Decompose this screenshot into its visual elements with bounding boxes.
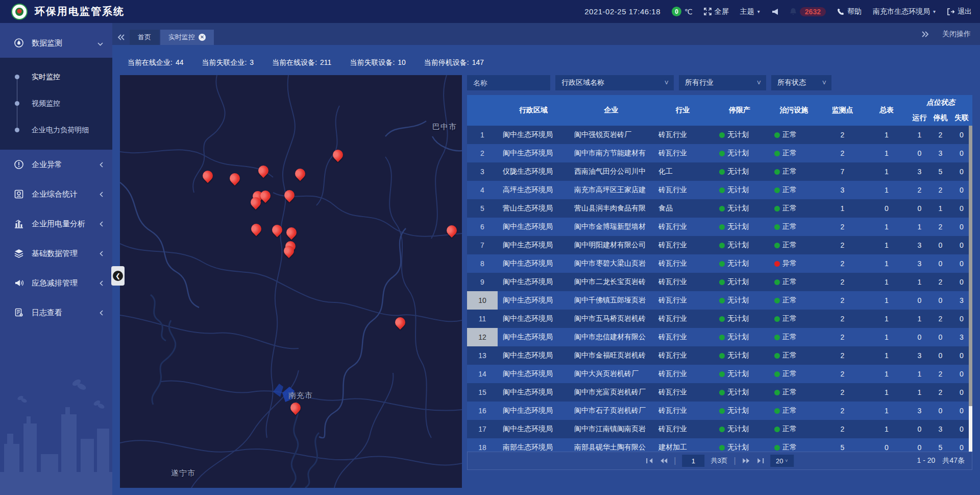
logout-button[interactable]: 退出 bbox=[947, 7, 972, 16]
chevron-left-icon bbox=[100, 160, 103, 169]
sidebar-subitem[interactable]: 视频监控 bbox=[0, 90, 112, 117]
cell-monitor: 2 bbox=[821, 236, 864, 254]
sidebar-subitem[interactable]: 企业电力负荷明细 bbox=[0, 117, 112, 144]
double-chevron-right-icon[interactable] bbox=[922, 31, 929, 37]
map-city-label: 南充市 bbox=[288, 391, 313, 400]
prev-page-button[interactable] bbox=[659, 458, 668, 464]
cell-company: 阆中市枣碧大梁山页岩 bbox=[569, 254, 653, 273]
cell-run: 0 bbox=[909, 291, 930, 310]
table-row[interactable]: 13阆中生态环境局阆中市金福旺页岩机砖砖瓦行业无计划正常21300 bbox=[467, 346, 972, 365]
table-row[interactable]: 4高坪生态环境局南充市高坪区王家店建砖瓦行业无计划正常31220 bbox=[467, 181, 972, 199]
cell-region: 阆中生态环境局 bbox=[498, 126, 569, 144]
table-row[interactable]: 5营山生态环境局营山县润丰肉食品有限食品无计划正常10010 bbox=[467, 199, 972, 218]
cell-industry: 砖瓦行业 bbox=[653, 383, 712, 402]
next-page-button[interactable] bbox=[742, 458, 750, 464]
sidebar-item-6[interactable]: 日志查看 bbox=[0, 298, 112, 327]
table-row[interactable]: 16阆中生态环境局阆中市石子页岩机砖厂砖瓦行业无计划正常21300 bbox=[467, 402, 972, 420]
cell-monitor: 2 bbox=[821, 310, 864, 328]
table-row[interactable]: 7阆中生态环境局阆中明阳建材有限公司砖瓦行业无计划正常21300 bbox=[467, 236, 972, 254]
map-panel[interactable]: 巴中市南充市遂宁市 bbox=[120, 75, 462, 488]
help-button[interactable]: 帮助 bbox=[837, 7, 862, 16]
sidebar-item-1[interactable]: 企业异常 bbox=[0, 150, 112, 179]
cell-meter: 1 bbox=[864, 273, 909, 291]
cell-index: 16 bbox=[467, 402, 498, 420]
cell-region: 阆中生态环境局 bbox=[498, 310, 569, 328]
sidebar-item-4[interactable]: 基础数据管理 bbox=[0, 239, 112, 268]
status-dot-green bbox=[719, 408, 725, 414]
scrollbar-thumb[interactable] bbox=[969, 126, 972, 406]
first-page-button[interactable] bbox=[646, 458, 653, 464]
table-row[interactable]: 18南部生态环境局南部县砚华土陶有限公建材加工无计划正常50050 bbox=[467, 438, 972, 452]
col-index bbox=[467, 95, 498, 126]
close-operations-button[interactable]: 关闭操作 bbox=[942, 30, 971, 39]
table-row[interactable]: 15阆中生态环境局阆中市光富页岩机砖厂砖瓦行业无计划正常21120 bbox=[467, 383, 972, 402]
sidebar-item-3[interactable]: 企业用电量分析 bbox=[0, 209, 112, 239]
page-size-select[interactable]: 20˅ bbox=[770, 455, 794, 467]
cell-industry: 砖瓦行业 bbox=[653, 310, 712, 328]
cell-stop: 0 bbox=[930, 291, 951, 310]
cell-production: 无计划 bbox=[712, 402, 767, 420]
org-dropdown[interactable]: 南充市生态环境局▾ bbox=[873, 7, 936, 16]
table-row[interactable]: 12阆中生态环境局阆中市忠信建材有限公砖瓦行业无计划正常21003 bbox=[467, 328, 972, 346]
sidebar-collapse-handle[interactable]: ❮ bbox=[111, 266, 125, 286]
stat-label: 当前在线设备: bbox=[272, 58, 317, 67]
cell-stop: 0 bbox=[930, 402, 951, 420]
region-filter-select[interactable]: 行政区域名称˅ bbox=[555, 75, 674, 90]
cell-industry: 砖瓦行业 bbox=[653, 420, 712, 438]
cell-facility: 正常 bbox=[767, 328, 821, 346]
cell-stop: 2 bbox=[930, 383, 951, 402]
fullscreen-button[interactable]: 全屏 bbox=[704, 7, 729, 16]
sidebar-item-5[interactable]: 应急减排管理 bbox=[0, 268, 112, 298]
tabs-scroll-left-button[interactable] bbox=[112, 30, 130, 45]
alert-icon bbox=[13, 159, 24, 170]
tab-1[interactable]: 实时监控✕ bbox=[160, 30, 214, 45]
table-scrollbar[interactable] bbox=[969, 126, 972, 452]
table-row[interactable]: 11阆中生态环境局阆中市五马桥页岩机砖砖瓦行业无计划正常21120 bbox=[467, 310, 972, 328]
sidebar-item-0[interactable]: 数据监测 bbox=[0, 28, 112, 58]
mute-button[interactable] bbox=[771, 8, 778, 15]
table-row[interactable]: 3仪陇生态环境局西南油气田分公司川中化工无计划正常71350 bbox=[467, 162, 972, 181]
cell-industry: 砖瓦行业 bbox=[653, 365, 712, 383]
status-dot-green bbox=[774, 335, 780, 340]
status-dot-green bbox=[719, 335, 725, 340]
sidebar-subitem[interactable]: 实时监控 bbox=[0, 64, 112, 90]
speaker-icon bbox=[771, 8, 778, 15]
status-dot-green bbox=[774, 243, 780, 248]
industry-filter-select[interactable]: 所有行业˅ bbox=[679, 75, 766, 90]
alarm-indicator[interactable]: 2632 bbox=[790, 7, 826, 16]
tab-label: 实时监控 bbox=[168, 33, 195, 42]
cell-region: 阆中生态环境局 bbox=[498, 383, 569, 402]
close-icon[interactable]: ✕ bbox=[199, 34, 206, 41]
name-filter-input[interactable] bbox=[473, 79, 545, 87]
status-dot-green bbox=[774, 445, 780, 451]
table-row[interactable]: 17阆中生态环境局阆中市江南镇阆南页岩砖瓦行业无计划正常21030 bbox=[467, 420, 972, 438]
table-row[interactable]: 10阆中生态环境局阆中千佛镇五郎垭页岩砖瓦行业无计划正常21003 bbox=[467, 291, 972, 310]
cell-run: 0 bbox=[909, 438, 930, 452]
tab-0[interactable]: 首页 bbox=[130, 30, 159, 45]
cell-production: 无计划 bbox=[712, 310, 767, 328]
cell-company: 阆中市南方节能建材有 bbox=[569, 144, 653, 162]
name-filter-field[interactable] bbox=[467, 75, 550, 90]
table-row[interactable]: 2阆中生态环境局阆中市南方节能建材有砖瓦行业无计划正常21030 bbox=[467, 144, 972, 162]
status-dot-green bbox=[719, 445, 725, 451]
cell-meter: 1 bbox=[864, 181, 909, 199]
sidebar-item-2[interactable]: 企业综合统计 bbox=[0, 179, 112, 209]
cell-facility: 正常 bbox=[767, 383, 821, 402]
table-row[interactable]: 6阆中生态环境局阆中市金博瑞新型墙材砖瓦行业无计划正常21120 bbox=[467, 218, 972, 236]
page-number-input[interactable] bbox=[682, 455, 704, 467]
table-row[interactable]: 9阆中生态环境局阆中市二龙长宝页岩砖砖瓦行业无计划正常21120 bbox=[467, 273, 972, 291]
cell-monitor: 2 bbox=[821, 365, 864, 383]
chevron-left-icon bbox=[100, 220, 103, 228]
table-row[interactable]: 14阆中生态环境局阆中大兴页岩机砖厂砖瓦行业无计划正常21120 bbox=[467, 365, 972, 383]
table-row[interactable]: 8阆中生态环境局阆中市枣碧大梁山页岩砖瓦行业无计划异常21300 bbox=[467, 254, 972, 273]
theme-dropdown[interactable]: 主题▾ bbox=[740, 7, 760, 16]
cell-industry: 砖瓦行业 bbox=[653, 291, 712, 310]
status-filter-select[interactable]: 所有状态˅ bbox=[771, 75, 831, 90]
status-dot-green bbox=[719, 353, 725, 359]
stat-value: 10 bbox=[398, 58, 406, 67]
cell-facility: 异常 bbox=[767, 254, 821, 273]
app-title: 环保用电监管系统 bbox=[35, 5, 125, 18]
last-page-button[interactable] bbox=[756, 458, 764, 464]
cell-index: 11 bbox=[467, 310, 498, 328]
table-row[interactable]: 1阆中生态环境局阆中强锐页岩砖厂砖瓦行业无计划正常21120 bbox=[467, 126, 972, 144]
